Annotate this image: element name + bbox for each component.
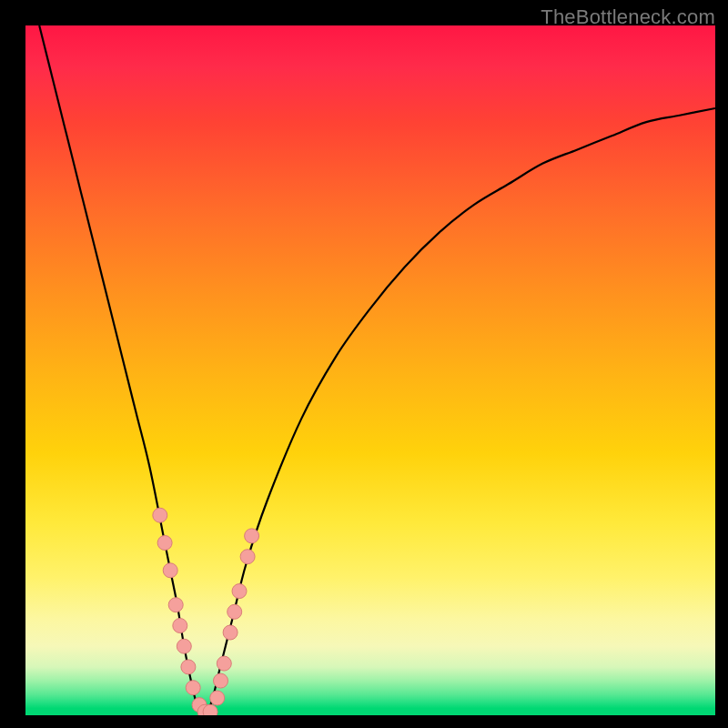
- curve-marker: [214, 673, 228, 688]
- watermark-text: TheBottleneck.com: [541, 5, 715, 29]
- curve-marker: [228, 604, 242, 619]
- curve-marker: [217, 656, 231, 671]
- curve-marker: [163, 563, 177, 578]
- curve-marker: [245, 529, 259, 543]
- curve-marker: [186, 681, 200, 695]
- curve-marker: [157, 536, 172, 551]
- curve-marker: [168, 598, 183, 612]
- curve-marker: [203, 704, 217, 715]
- curve-marker: [181, 660, 196, 674]
- bottleneck-chart: [25, 25, 715, 715]
- curve-line: [39, 25, 715, 715]
- curve-marker: [173, 619, 187, 633]
- curve-marker: [210, 691, 225, 705]
- curve-marker: [240, 550, 255, 564]
- curve-marker: [232, 584, 247, 599]
- chart-frame: TheBottleneck.com: [0, 0, 728, 728]
- plot-area: [25, 25, 715, 715]
- curve-marker: [177, 639, 191, 653]
- curve-marker: [153, 508, 167, 522]
- marker-group: [153, 508, 259, 715]
- curve-marker: [223, 625, 238, 640]
